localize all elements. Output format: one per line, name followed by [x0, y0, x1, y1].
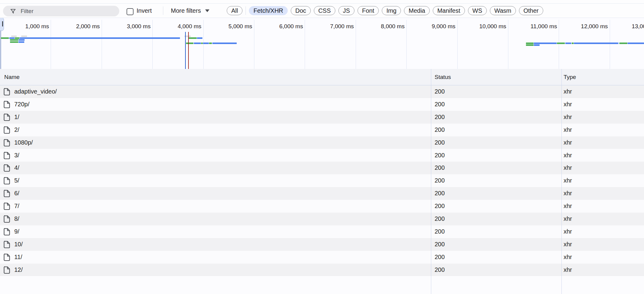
request-type: xhr: [564, 111, 572, 124]
request-name: 1080p/: [14, 136, 33, 149]
request-name: 8/: [14, 213, 19, 225]
type-filter-other[interactable]: Other: [519, 6, 543, 15]
waterfall-bar-blue: [19, 41, 24, 43]
funnel-icon: [10, 8, 16, 15]
waterfall-bar-gray: [21, 36, 27, 37]
request-row[interactable]: 7/200xhr: [0, 200, 644, 213]
document-icon: [4, 177, 10, 184]
document-icon: [4, 152, 10, 159]
type-filter-css[interactable]: CSS: [314, 6, 335, 15]
request-status: 200: [435, 124, 445, 136]
request-name: 6/: [14, 187, 19, 200]
request-name: 9/: [14, 225, 19, 238]
waterfall-bar-green: [10, 39, 18, 41]
type-filter-divider: [246, 6, 246, 15]
waterfall-bar-green: [189, 37, 197, 39]
timeline-overview[interactable]: 1,000 ms2,000 ms3,000 ms4,000 ms5,000 ms…: [0, 18, 644, 69]
request-type: xhr: [564, 187, 572, 200]
type-filter-img[interactable]: Img: [382, 6, 401, 15]
waterfall-bar-green: [526, 44, 534, 46]
request-type: xhr: [564, 98, 572, 111]
type-filter-manifest[interactable]: Manifest: [433, 6, 465, 15]
request-name: 1/: [14, 111, 19, 124]
overview-window-left-edge: [0, 30, 1, 69]
document-icon: [4, 164, 10, 172]
request-status: 200: [435, 251, 445, 264]
request-status: 200: [435, 85, 445, 98]
type-filter-js[interactable]: JS: [338, 6, 354, 15]
request-row[interactable]: 10/200xhr: [0, 238, 644, 251]
document-icon: [4, 88, 10, 95]
type-filter-media[interactable]: Media: [404, 6, 429, 15]
request-status: 200: [435, 264, 445, 276]
request-row[interactable]: 12/200xhr: [0, 264, 644, 276]
request-row[interactable]: 6/200xhr: [0, 187, 644, 200]
waterfall-bar-green: [619, 43, 627, 44]
request-row[interactable]: 3/200xhr: [0, 149, 644, 162]
load-event-line: [188, 32, 189, 69]
invert-checkbox[interactable]: [127, 8, 134, 15]
network-panel: Invert More filters AllFetch/XHRDocCSSJS…: [0, 0, 644, 294]
waterfall-bar-gray: [11, 36, 17, 37]
type-filter-all[interactable]: All: [227, 6, 242, 15]
request-type: xhr: [564, 124, 572, 136]
request-status: 200: [435, 111, 445, 124]
waterfall-bar-green: [209, 43, 212, 44]
request-row[interactable]: adaptive_video/200xhr: [0, 85, 644, 98]
timeline-tick-label: 13,000 ms: [598, 23, 644, 30]
type-filter-font[interactable]: Font: [358, 6, 379, 15]
filter-input-pill[interactable]: [3, 6, 119, 16]
requests-table-header: NameStatusType: [0, 69, 644, 85]
waterfall-bar-green: [526, 43, 534, 44]
request-status: 200: [435, 136, 445, 149]
type-filter-wasm[interactable]: Wasm: [490, 6, 516, 15]
toolbar-divider: [163, 6, 163, 15]
column-header-status[interactable]: Status: [435, 69, 451, 85]
request-name: 10/: [14, 238, 23, 251]
request-status: 200: [435, 225, 445, 238]
waterfall-bar-green: [15, 37, 19, 39]
type-filter-ws[interactable]: WS: [468, 6, 487, 15]
waterfall-bar-blue: [19, 39, 25, 41]
request-row[interactable]: 11/200xhr: [0, 251, 644, 264]
document-icon: [4, 266, 10, 274]
request-row[interactable]: 2/200xhr: [0, 124, 644, 136]
request-row[interactable]: 4/200xhr: [0, 162, 644, 174]
filter-input[interactable]: [20, 8, 112, 15]
request-name: 2/: [14, 124, 19, 136]
waterfall-bar-blue: [20, 37, 180, 39]
request-type: xhr: [564, 264, 572, 276]
request-type: xhr: [564, 251, 572, 264]
request-type: xhr: [564, 225, 572, 238]
waterfall-bar-green: [572, 43, 574, 44]
request-type: xhr: [564, 85, 572, 98]
request-row[interactable]: 5/200xhr: [0, 174, 644, 187]
request-row[interactable]: 9/200xhr: [0, 225, 644, 238]
request-name: 12/: [14, 264, 23, 276]
request-name: 7/: [14, 200, 19, 213]
request-row[interactable]: 8/200xhr: [0, 213, 644, 225]
chevron-down-icon: [205, 9, 209, 12]
request-status: 200: [435, 187, 445, 200]
document-icon: [4, 101, 10, 108]
type-filter-fetch-xhr[interactable]: Fetch/XHR: [249, 6, 288, 15]
request-row[interactable]: 1080p/200xhr: [0, 136, 644, 149]
request-status: 200: [435, 238, 445, 251]
request-type: xhr: [564, 238, 572, 251]
document-icon: [4, 126, 10, 134]
type-filter-doc[interactable]: Doc: [291, 6, 311, 15]
waterfall-bar-blue: [9, 37, 15, 39]
request-row[interactable]: 1/200xhr: [0, 111, 644, 124]
column-header-type[interactable]: Type: [564, 69, 576, 85]
document-icon: [4, 139, 10, 146]
request-type: xhr: [564, 200, 572, 213]
column-header-name[interactable]: Name: [4, 69, 20, 85]
document-icon: [4, 190, 10, 197]
request-type: xhr: [564, 213, 572, 225]
request-type: xhr: [564, 162, 572, 174]
waterfall-bar-green: [201, 43, 203, 44]
more-filters-button[interactable]: More filters: [171, 4, 209, 18]
request-row[interactable]: 720p/200xhr: [0, 98, 644, 111]
request-name: 11/: [14, 251, 22, 264]
request-name: 4/: [14, 162, 19, 174]
